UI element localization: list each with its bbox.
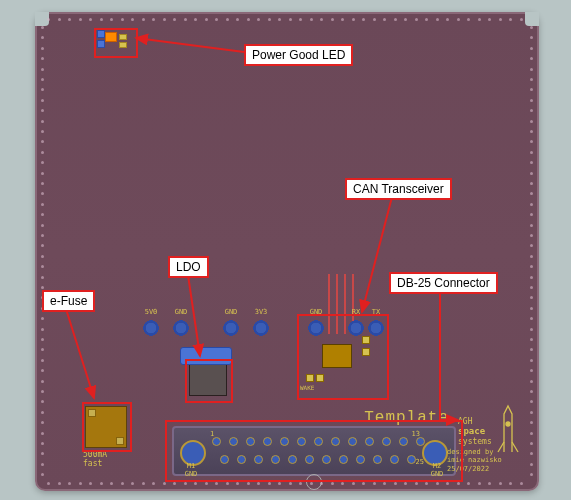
callout-arrows — [0, 0, 571, 500]
label-db25: DB-25 Connector — [389, 272, 498, 294]
label-power-good-led: Power Good LED — [244, 44, 353, 66]
pcb-figure: // placeholder — generated below after d… — [0, 0, 571, 500]
svg-line-4 — [362, 197, 392, 312]
svg-line-5 — [188, 275, 200, 356]
label-efuse: e-Fuse — [42, 290, 95, 312]
label-can-transceiver: CAN Transceiver — [345, 178, 452, 200]
label-ldo: LDO — [168, 256, 209, 278]
svg-line-3 — [136, 38, 244, 52]
svg-line-6 — [66, 309, 94, 398]
